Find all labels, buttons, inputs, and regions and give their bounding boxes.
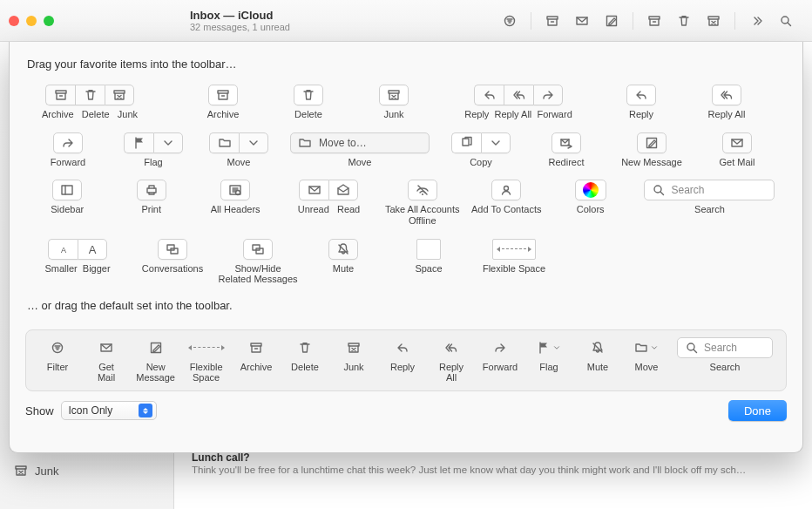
item-mute-dim[interactable]: Mute (301, 237, 386, 280)
group-reply-all-forward-dim[interactable]: Reply Reply All Forward (454, 83, 583, 126)
flex-space-box[interactable] (185, 337, 228, 358)
forward-icon[interactable] (53, 132, 83, 153)
item-conversations[interactable]: Conversations (130, 237, 215, 280)
item-allheaders[interactable]: All Headers (193, 178, 277, 221)
def-reply[interactable]: Reply (380, 337, 425, 373)
getmail-icon[interactable] (570, 10, 594, 31)
offline-icon[interactable] (408, 180, 437, 200)
compose-icon[interactable] (599, 10, 624, 31)
forward-icon[interactable] (485, 337, 515, 358)
item-moveto[interactable]: Move to… Move (281, 131, 438, 173)
zoom-window[interactable] (44, 16, 54, 26)
item-junk[interactable]: Junk (351, 83, 436, 126)
trash-icon[interactable] (294, 85, 323, 105)
redirect-icon[interactable] (551, 132, 581, 153)
item-space[interactable]: Space (386, 237, 471, 280)
def-newmessage[interactable]: New Message (132, 337, 179, 383)
def-flag[interactable]: Flag (526, 337, 572, 373)
trash-icon[interactable] (75, 85, 105, 105)
item-replyall[interactable]: Reply All (684, 83, 769, 126)
def-delete[interactable]: Delete (282, 337, 328, 373)
window-controls[interactable] (9, 16, 157, 26)
overflow-icon[interactable] (744, 10, 768, 31)
group-smaller-bigger[interactable]: Smaller Bigger (25, 237, 130, 280)
color-wheel-icon[interactable] (575, 180, 606, 200)
junk-icon[interactable] (339, 337, 369, 358)
smaller-icon[interactable] (48, 239, 78, 260)
reply-icon[interactable] (626, 85, 656, 105)
flag-icon[interactable] (529, 337, 569, 358)
item-print-dim[interactable]: Print (109, 178, 193, 221)
search-icon[interactable] (774, 10, 798, 31)
default-toolbar-set[interactable]: Filter Get Mail New Message Flexible Spa… (25, 329, 787, 391)
def-forward[interactable]: Forward (477, 337, 523, 373)
moveto-field[interactable]: Move to… (290, 132, 430, 153)
item-getmail-dim[interactable]: Get Mail (694, 131, 780, 173)
item-flag-dim[interactable]: Flag (111, 131, 196, 173)
headers-icon[interactable] (220, 180, 250, 200)
compose-icon[interactable] (141, 337, 171, 358)
mute-icon[interactable] (328, 239, 358, 260)
archive-icon[interactable] (540, 10, 565, 31)
print-icon[interactable] (137, 180, 166, 200)
archive-icon[interactable] (208, 85, 238, 105)
folder-icon[interactable] (209, 132, 239, 153)
envelope-icon[interactable] (722, 132, 752, 153)
replyall-icon[interactable] (504, 85, 533, 105)
sidebar-item-junk[interactable]: Junk (0, 458, 173, 483)
item-newmessage-dim[interactable]: New Message (609, 131, 694, 173)
item-search[interactable]: Search Search (633, 178, 787, 221)
space-box[interactable] (416, 239, 441, 260)
item-forward[interactable]: Forward (25, 131, 111, 173)
close-window[interactable] (9, 16, 19, 26)
def-flexspace[interactable]: Flexible Space (182, 337, 230, 383)
reply-icon[interactable] (474, 85, 504, 105)
junk-icon[interactable] (701, 10, 726, 31)
archive-icon[interactable] (241, 337, 271, 358)
item-sidebar[interactable]: Sidebar (25, 178, 109, 221)
chevron-down-icon[interactable] (153, 132, 183, 153)
filter-icon[interactable] (497, 10, 522, 31)
done-button[interactable]: Done (728, 400, 787, 421)
show-mode-popup[interactable]: Icon Only (61, 401, 157, 420)
contact-icon[interactable] (491, 180, 521, 200)
group-unread-read[interactable]: Unread Read (277, 178, 380, 221)
replyall-icon[interactable] (436, 337, 466, 358)
bigger-icon[interactable] (78, 239, 107, 260)
item-redirect[interactable]: Redirect (524, 131, 609, 173)
minimize-window[interactable] (26, 16, 37, 26)
def-search[interactable]: SearchSearch (673, 337, 777, 373)
replyall-icon[interactable] (712, 85, 741, 105)
item-addcontacts[interactable]: Add To Contacts (464, 178, 548, 221)
item-colors[interactable]: Colors (548, 178, 632, 221)
junk-icon[interactable] (379, 85, 409, 105)
flex-space-box[interactable] (492, 239, 536, 260)
conversation-icon[interactable] (158, 239, 187, 260)
def-replyall[interactable]: Reply All (429, 337, 474, 383)
item-archive[interactable]: Archive (180, 83, 266, 126)
sidebar-icon[interactable] (52, 180, 82, 200)
archive-icon[interactable] (45, 85, 75, 105)
group-archive-delete-junk-dim[interactable]: Archive Delete Junk (25, 83, 154, 126)
def-getmail[interactable]: Get Mail (84, 337, 129, 383)
item-move-dim[interactable]: Move (196, 131, 281, 173)
unread-icon[interactable] (299, 180, 328, 200)
def-mute[interactable]: Mute (575, 337, 620, 373)
def-filter[interactable]: Filter (35, 337, 80, 373)
search-field[interactable]: Search (677, 337, 773, 358)
item-delete[interactable]: Delete (266, 83, 351, 126)
item-copy[interactable]: Copy (438, 131, 524, 173)
trash-icon[interactable] (290, 337, 320, 358)
flag-icon[interactable] (124, 132, 153, 153)
compose-icon[interactable] (637, 132, 667, 153)
mute-icon[interactable] (583, 337, 612, 358)
junk-icon[interactable] (105, 85, 134, 105)
item-reply[interactable]: Reply (599, 83, 684, 126)
filter-icon[interactable] (43, 337, 72, 358)
item-flexspace[interactable]: Flexible Space (471, 237, 557, 280)
search-field[interactable]: Search (644, 180, 775, 200)
folder-icon[interactable] (626, 337, 667, 358)
item-related[interactable]: Show/Hide Related Messages (215, 237, 301, 290)
related-icon[interactable] (243, 239, 273, 260)
forward-icon[interactable] (533, 85, 563, 105)
